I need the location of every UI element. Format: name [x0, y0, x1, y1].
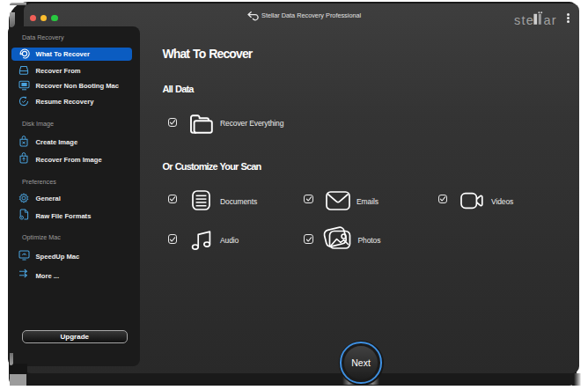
svg-text:ar: ar [543, 12, 556, 26]
svg-text:ste: ste [514, 12, 534, 26]
